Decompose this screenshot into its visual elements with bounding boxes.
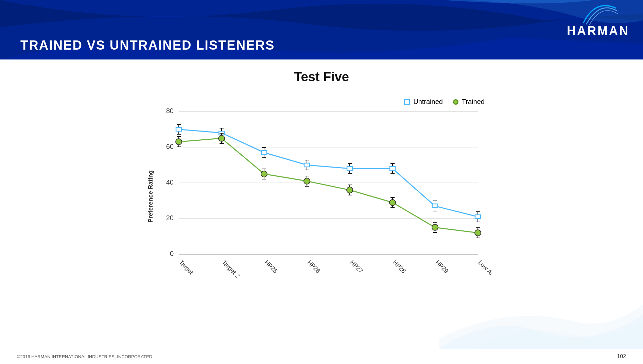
chart-svg: 0 20 40 60 80 Target Target 2 HP25 HP26 … [152, 91, 491, 302]
svg-point-78 [432, 224, 438, 230]
harman-logo: HARMAN [567, 5, 629, 38]
page-title: TRAINED VS UNTRAINED LISTENERS [20, 38, 275, 53]
svg-text:HP25: HP25 [263, 259, 279, 275]
footer-page-number: 102 [617, 353, 626, 360]
svg-rect-46 [432, 204, 438, 208]
svg-rect-30 [261, 151, 267, 154]
svg-text:HP29: HP29 [434, 259, 450, 275]
svg-point-58 [219, 135, 225, 141]
svg-text:40: 40 [166, 178, 174, 186]
chart-title: Test Five [0, 70, 643, 84]
chart-container: Preference Rating Untrained Trained [152, 91, 491, 302]
svg-text:HP27: HP27 [349, 259, 364, 275]
svg-point-54 [176, 139, 182, 145]
svg-point-74 [389, 200, 396, 206]
svg-rect-42 [390, 167, 395, 170]
svg-text:0: 0 [170, 250, 174, 257]
harman-logo-text: HARMAN [567, 24, 629, 38]
harman-logo-arc-icon [578, 5, 619, 25]
svg-text:Target: Target [178, 259, 195, 276]
svg-rect-50 [475, 215, 481, 219]
svg-point-70 [347, 187, 353, 193]
svg-text:HP26: HP26 [306, 259, 322, 275]
svg-text:Low Anchor: Low Anchor [477, 259, 491, 287]
main-content: Test Five Preference Rating Untrained Tr… [0, 59, 643, 349]
svg-rect-38 [347, 167, 352, 170]
svg-text:60: 60 [166, 143, 174, 150]
svg-rect-34 [304, 163, 310, 167]
svg-text:20: 20 [166, 214, 174, 222]
svg-rect-22 [176, 127, 181, 131]
footer-copyright: ©2016 HARMAN INTERNATIONAL INDUSTRIES, I… [17, 354, 152, 359]
svg-text:HP28: HP28 [392, 259, 407, 275]
svg-text:Target 2: Target 2 [221, 259, 241, 279]
svg-text:80: 80 [166, 107, 174, 115]
svg-point-66 [304, 178, 310, 184]
svg-point-62 [261, 171, 267, 177]
footer: ©2016 HARMAN INTERNATIONAL INDUSTRIES, I… [0, 349, 643, 364]
header: HARMAN TRAINED VS UNTRAINED LISTENERS [0, 0, 643, 59]
svg-point-82 [475, 230, 481, 236]
